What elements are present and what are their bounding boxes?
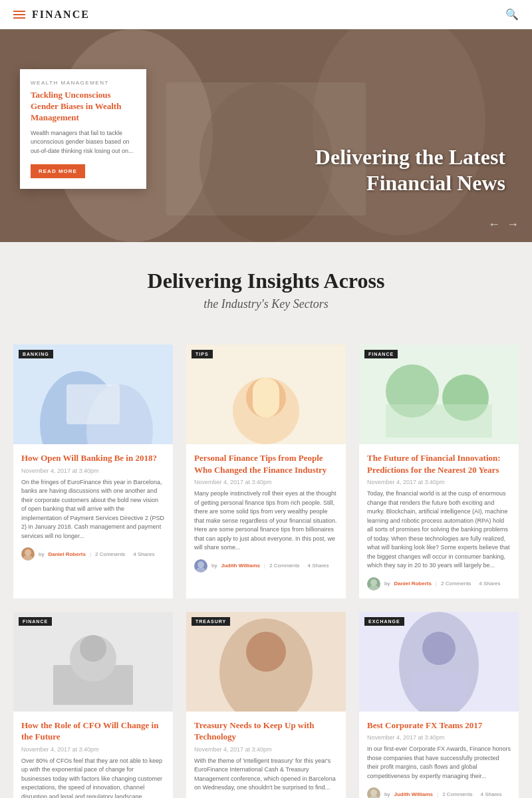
article-tag: FINANCE xyxy=(364,350,398,358)
article-excerpt: On the fringes of EuroFinance this year … xyxy=(21,478,165,541)
svg-rect-22 xyxy=(386,404,492,438)
article-comments[interactable]: 2 Comments xyxy=(441,581,471,587)
article-title[interactable]: How Open Will Banking Be in 2018? xyxy=(21,452,165,464)
svg-point-35 xyxy=(246,632,286,672)
article-image: TREASURY xyxy=(186,612,346,712)
articles-section: BANKINGHow Open Will Banking Be in 2018?… xyxy=(0,331,532,798)
article-tag: FINANCE xyxy=(19,617,52,626)
article-card: EXCHANGEBest Corporate FX Teams 2017Nove… xyxy=(359,612,519,798)
article-body: Personal Finance Tips from People Who Ch… xyxy=(186,444,346,581)
hero-navigation: ← → xyxy=(488,217,519,231)
svg-point-44 xyxy=(370,789,377,796)
meta-separator: | xyxy=(436,581,437,587)
article-tag: TIPS xyxy=(192,350,213,358)
article-meta: by Daniel Roberts | 2 Comments 4 Shares xyxy=(21,547,165,561)
hero-read-more-button[interactable]: READ MORE xyxy=(31,164,85,178)
author-avatar xyxy=(194,559,207,573)
svg-rect-8 xyxy=(66,384,120,424)
article-tag: BANKING xyxy=(19,350,53,358)
article-date: November 4, 2017 at 3:40pm xyxy=(367,734,511,741)
author-name[interactable]: Daniel Roberts xyxy=(48,551,85,557)
search-button[interactable]: 🔍 xyxy=(505,8,519,21)
hero-section: WEALTH MANAGEMENT Tackling Unconscious G… xyxy=(0,29,532,242)
site-logo: FINANCE xyxy=(32,9,90,21)
article-excerpt: With the theme of 'intelligent treasury'… xyxy=(194,757,338,793)
article-title[interactable]: How the Role of CFO Will Change in the F… xyxy=(21,720,165,743)
intro-title: Delivering Insights Across xyxy=(13,269,519,293)
intro-subtitle: the Industry's Key Sectors xyxy=(13,297,519,311)
article-card: FINANCEThe Future of Financial Innovatio… xyxy=(359,344,519,598)
article-body: How Open Will Banking Be in 2018?Novembe… xyxy=(13,444,173,569)
hero-headline: Delivering the Latest Financial News xyxy=(315,144,505,196)
article-excerpt: Today, the financial world is at the cus… xyxy=(367,489,511,571)
hero-featured-card: WEALTH MANAGEMENT Tackling Unconscious G… xyxy=(20,69,146,189)
meta-separator: | xyxy=(437,791,438,797)
article-comments[interactable]: 2 Comments xyxy=(95,551,125,557)
hero-title: Delivering the Latest Financial News xyxy=(315,144,505,196)
article-body: Best Corporate FX Teams 2017November 4, … xyxy=(359,712,519,798)
article-excerpt: Many people instinctively roll their eye… xyxy=(194,489,338,553)
article-card: BANKINGHow Open Will Banking Be in 2018?… xyxy=(13,344,173,598)
hero-next-button[interactable]: → xyxy=(507,217,519,231)
author-avatar xyxy=(21,547,35,561)
article-body: The Future of Financial Innovation: Pred… xyxy=(359,444,519,598)
article-body: How the Role of CFO Will Change in the F… xyxy=(13,712,173,798)
hamburger-menu[interactable] xyxy=(13,11,25,19)
hero-card-category: WEALTH MANAGEMENT xyxy=(31,80,136,86)
article-image: BANKING xyxy=(13,344,173,444)
author-by: by xyxy=(39,551,44,557)
author-name[interactable]: Daniel Roberts xyxy=(394,581,431,587)
article-date: November 4, 2017 at 3:40pm xyxy=(21,746,165,753)
article-card: FINANCEHow the Role of CFO Will Change i… xyxy=(13,612,173,798)
header: FINANCE 🔍 xyxy=(0,0,532,29)
article-shares: 4 Shares xyxy=(308,563,329,569)
meta-separator: | xyxy=(264,563,265,569)
articles-grid: BANKINGHow Open Will Banking Be in 2018?… xyxy=(13,344,519,798)
article-meta: by Judith Williams | 2 Comments 4 Shares xyxy=(367,787,511,798)
author-avatar xyxy=(367,787,380,798)
hero-prev-button[interactable]: ← xyxy=(488,217,500,231)
article-comments[interactable]: 2 Comments xyxy=(442,791,472,797)
svg-point-41 xyxy=(422,632,456,665)
article-image: FINANCE xyxy=(13,612,173,712)
author-name[interactable]: Judith Williams xyxy=(394,791,433,797)
hero-card-text: Wealth managers that fail to tackle unco… xyxy=(31,129,136,156)
article-excerpt: Over 80% of CFOs feel that they are not … xyxy=(21,757,165,798)
article-meta: by Judith Williams | 2 Comments 4 Shares xyxy=(194,559,338,573)
hero-card-title[interactable]: Tackling Unconscious Gender Biases in We… xyxy=(31,90,136,124)
article-tag: TREASURY xyxy=(192,617,230,626)
svg-point-24 xyxy=(370,579,377,586)
article-date: November 4, 2017 at 3:40pm xyxy=(21,467,165,474)
article-image: EXCHANGE xyxy=(359,612,519,712)
article-excerpt: In our first-ever Corporate FX Awards, F… xyxy=(367,745,511,781)
article-date: November 4, 2017 at 3:40pm xyxy=(367,479,511,485)
author-avatar xyxy=(367,577,380,591)
article-card: TIPSPersonal Finance Tips from People Wh… xyxy=(186,344,346,598)
svg-rect-42 xyxy=(412,672,466,705)
author-by: by xyxy=(384,581,390,587)
svg-point-10 xyxy=(25,549,31,556)
article-comments[interactable]: 2 Comments xyxy=(269,563,299,569)
article-title[interactable]: Best Corporate FX Teams 2017 xyxy=(367,720,511,732)
logo-text: FINANCE xyxy=(32,9,90,21)
article-shares: 4 Shares xyxy=(481,791,502,797)
article-image: TIPS xyxy=(186,344,346,444)
svg-point-17 xyxy=(198,561,204,568)
article-title[interactable]: Personal Finance Tips from People Who Ch… xyxy=(194,452,338,475)
author-by: by xyxy=(384,791,390,797)
article-title[interactable]: Treasury Needs to Keep Up with Technolog… xyxy=(194,720,338,743)
article-image: FINANCE xyxy=(359,344,519,444)
author-name[interactable]: Judith Williams xyxy=(221,563,260,569)
article-shares: 4 Shares xyxy=(479,581,500,587)
article-meta: by Daniel Roberts | 2 Comments 4 Shares xyxy=(367,577,511,591)
svg-rect-15 xyxy=(253,378,279,418)
intro-section: Delivering Insights Across the Industry'… xyxy=(0,242,532,331)
author-by: by xyxy=(211,563,217,569)
meta-separator: | xyxy=(90,551,91,557)
article-shares: 4 Shares xyxy=(133,551,154,557)
svg-point-29 xyxy=(80,635,106,662)
article-title[interactable]: The Future of Financial Innovation: Pred… xyxy=(367,452,511,475)
article-tag: EXCHANGE xyxy=(364,617,404,626)
article-body: Treasury Needs to Keep Up with Technolog… xyxy=(186,712,346,798)
article-date: November 4, 2017 at 3:40pm xyxy=(194,479,338,485)
